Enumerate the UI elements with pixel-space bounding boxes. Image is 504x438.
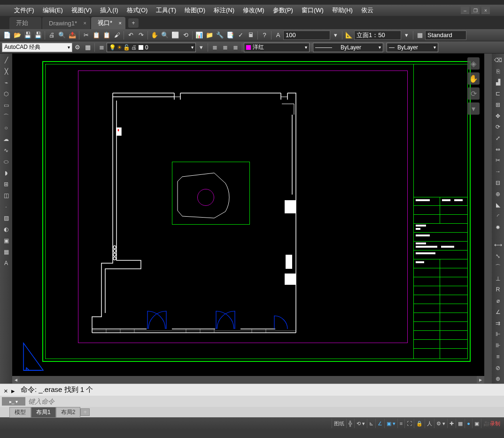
ellipse-icon[interactable]: ⬭ — [1, 157, 11, 166]
ortho-toggle[interactable]: ⊾ — [367, 419, 375, 428]
gear-icon[interactable]: ⚙ — [72, 42, 83, 53]
dim-linear-icon[interactable]: ⟷ — [493, 241, 503, 250]
stretch-icon[interactable]: ⇔ — [493, 145, 503, 154]
ws-switch-icon[interactable]: ✚ — [447, 419, 456, 428]
rect-icon[interactable]: ▭ — [1, 101, 11, 110]
lwt-toggle[interactable]: ≡ — [397, 419, 404, 428]
block-icon[interactable]: ◫ — [1, 191, 11, 200]
dim-dia-icon[interactable]: ⌀ — [493, 296, 503, 305]
chamfer-icon[interactable]: ◣ — [493, 201, 503, 210]
textstyle-input[interactable] — [425, 31, 466, 40]
menu-view[interactable]: 视图(V) — [71, 6, 92, 15]
dim-quick-icon[interactable]: ⇉ — [493, 319, 503, 328]
menu-yiyun[interactable]: 依云 — [361, 6, 373, 15]
calc-icon[interactable]: 🖩 — [246, 30, 256, 40]
layer-icon[interactable]: ≣ — [96, 42, 107, 53]
trim-icon[interactable]: ✂ — [493, 156, 503, 165]
chevron-down-icon[interactable]: ▾ — [401, 30, 411, 40]
pan-icon[interactable]: ✋ — [149, 30, 160, 40]
text-height-input[interactable] — [283, 31, 330, 40]
linetype-dropdown[interactable]: ———ByLayer — [313, 43, 383, 52]
tolerance-icon[interactable]: ⊕ — [493, 374, 503, 383]
hatch-icon[interactable]: ▨ — [1, 213, 11, 223]
props-icon[interactable]: 📊 — [194, 30, 204, 40]
anno-scale-icon[interactable]: 🔒 — [414, 419, 425, 428]
menu-help[interactable]: 帮助(H) — [332, 6, 353, 15]
cmd-close-icon[interactable]: × — [4, 387, 10, 393]
revcloud-icon[interactable]: ☁ — [1, 134, 11, 144]
ws-icon[interactable]: ▦ — [83, 42, 93, 53]
gradient-icon[interactable]: ◐ — [1, 225, 11, 234]
workspace-dropdown[interactable]: AutoCAD 经典 — [2, 43, 72, 52]
chevron-down-icon[interactable]: ▾ — [330, 30, 341, 40]
vp-max-icon[interactable]: ⛶ — [404, 419, 414, 428]
new-icon[interactable]: 📄 — [2, 30, 12, 40]
undo-icon[interactable]: ↶ — [125, 30, 136, 40]
close-icon[interactable]: × — [84, 20, 86, 26]
rotate-icon[interactable]: ⟳ — [493, 122, 503, 132]
orbit-icon[interactable]: ⟳ — [467, 87, 480, 100]
drawing-canvas[interactable]: ◈ ✋ ⟳ ▾ — [12, 54, 484, 376]
matchprop-icon[interactable]: 🖌 — [112, 30, 122, 40]
tab-layout1[interactable]: 布局1 — [31, 407, 56, 418]
erase-icon[interactable]: ⌫ — [493, 55, 503, 65]
help-icon[interactable]: ? — [259, 30, 270, 40]
xline-icon[interactable]: ╳ — [1, 67, 11, 76]
cmd-pin-icon[interactable]: ▸ — [11, 387, 18, 393]
tab-layout2[interactable]: 布局2 — [56, 407, 81, 418]
vertical-scrollbar[interactable] — [484, 54, 492, 376]
dim-arc-icon[interactable]: ⌒ — [493, 263, 503, 272]
tab-drawing1[interactable]: Drawing1*× — [42, 17, 90, 29]
menu-file[interactable]: 文件(F) — [14, 6, 34, 15]
move-icon[interactable]: ✥ — [493, 111, 503, 121]
sheetset-icon[interactable]: 📑 — [225, 30, 235, 40]
iso-icon[interactable]: ▦ — [456, 419, 465, 428]
dim-rad-icon[interactable]: R — [493, 285, 503, 295]
copy-icon[interactable]: ⎘ — [493, 67, 503, 76]
dim-ord-icon[interactable]: ⊥ — [493, 274, 503, 283]
menu-dimension[interactable]: 标注(N) — [214, 6, 234, 15]
viewcube-icon[interactable]: ◈ — [467, 57, 480, 70]
explode-icon[interactable]: ✸ — [493, 223, 503, 232]
mtext-icon[interactable]: A — [1, 258, 11, 268]
nav-more-icon[interactable]: ▾ — [467, 102, 480, 115]
custom-icon[interactable]: 🎥录制 — [481, 419, 502, 428]
dim-space-icon[interactable]: ≡ — [493, 352, 503, 361]
hardware-icon[interactable]: ● — [465, 419, 472, 428]
dim-ang-icon[interactable]: ∠ — [493, 307, 503, 317]
menu-insert[interactable]: 插入(I) — [100, 6, 118, 15]
polygon-icon[interactable]: ⬡ — [1, 89, 11, 99]
fillet-icon[interactable]: ◜ — [493, 211, 503, 221]
region-icon[interactable]: ▣ — [1, 236, 11, 245]
layer-dropdown[interactable]: 💡☀🔓🖨0 — [107, 43, 196, 52]
dim-icon[interactable]: 📐 — [344, 30, 354, 40]
restore-button[interactable]: ❐ — [471, 7, 480, 14]
command-prompt-icon[interactable]: ▸_ ▾ — [2, 397, 25, 406]
layeriso-icon[interactable]: ≣ — [220, 42, 230, 53]
saveas-icon[interactable]: 💾 — [33, 30, 43, 40]
clean-icon[interactable]: ▣ — [472, 419, 481, 428]
break-icon[interactable]: ⊟ — [493, 178, 503, 188]
dim-cont-icon[interactable]: ⊪ — [493, 341, 503, 350]
point-icon[interactable]: · — [1, 202, 11, 211]
menu-edit[interactable]: 编辑(E) — [43, 6, 63, 15]
array-icon[interactable]: ⊞ — [493, 100, 503, 110]
paste-icon[interactable]: 📋 — [101, 30, 112, 40]
tab-model[interactable]: 模型 — [9, 407, 31, 418]
offset-icon[interactable]: ⊏ — [493, 89, 503, 98]
anno-vis-icon[interactable]: 人 — [425, 419, 434, 428]
menu-format[interactable]: 格式(O) — [127, 6, 148, 15]
cut-icon[interactable]: ✂ — [81, 30, 91, 40]
color-dropdown[interactable]: 洋红 — [244, 43, 310, 52]
table-icon[interactable]: ▦ — [415, 30, 425, 40]
zoom-icon[interactable]: 🔍 — [160, 30, 170, 40]
line-icon[interactable]: ╱ — [1, 55, 11, 65]
publish-icon[interactable]: 📤 — [67, 30, 78, 40]
chevron-down-icon[interactable]: ▾ — [196, 42, 206, 53]
horizontal-scrollbar[interactable]: ◂ ▸ — [12, 376, 492, 383]
scale-icon[interactable]: ⤢ — [493, 133, 503, 143]
redo-icon[interactable]: ↷ — [136, 30, 146, 40]
lineweight-dropdown[interactable]: —ByLayer — [387, 43, 438, 52]
preview-icon[interactable]: 🔍 — [57, 30, 67, 40]
tab-viewport[interactable]: 视口*× — [91, 17, 125, 29]
